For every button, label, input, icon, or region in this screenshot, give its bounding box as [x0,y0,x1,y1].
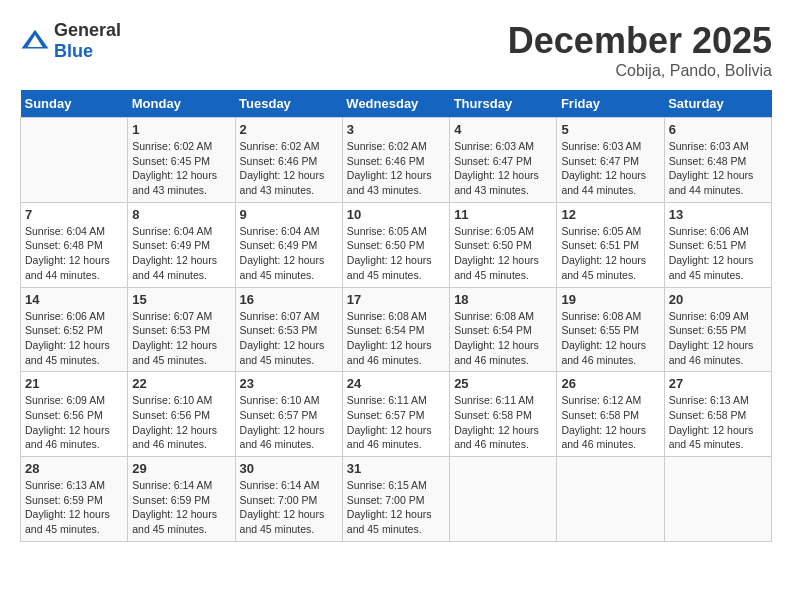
day-info: Sunrise: 6:04 AM Sunset: 6:49 PM Dayligh… [240,224,338,283]
day-number: 7 [25,207,123,222]
day-number: 5 [561,122,659,137]
calendar-cell: 18Sunrise: 6:08 AM Sunset: 6:54 PM Dayli… [450,287,557,372]
day-info: Sunrise: 6:05 AM Sunset: 6:50 PM Dayligh… [454,224,552,283]
day-number: 18 [454,292,552,307]
calendar-cell: 13Sunrise: 6:06 AM Sunset: 6:51 PM Dayli… [664,202,771,287]
header-day-thursday: Thursday [450,90,557,118]
day-info: Sunrise: 6:06 AM Sunset: 6:51 PM Dayligh… [669,224,767,283]
day-number: 8 [132,207,230,222]
week-row-1: 1Sunrise: 6:02 AM Sunset: 6:45 PM Daylig… [21,118,772,203]
day-number: 24 [347,376,445,391]
day-info: Sunrise: 6:06 AM Sunset: 6:52 PM Dayligh… [25,309,123,368]
calendar-cell: 23Sunrise: 6:10 AM Sunset: 6:57 PM Dayli… [235,372,342,457]
calendar-cell: 3Sunrise: 6:02 AM Sunset: 6:46 PM Daylig… [342,118,449,203]
calendar-cell: 5Sunrise: 6:03 AM Sunset: 6:47 PM Daylig… [557,118,664,203]
calendar-cell: 26Sunrise: 6:12 AM Sunset: 6:58 PM Dayli… [557,372,664,457]
header-day-sunday: Sunday [21,90,128,118]
calendar-cell: 22Sunrise: 6:10 AM Sunset: 6:56 PM Dayli… [128,372,235,457]
calendar-body: 1Sunrise: 6:02 AM Sunset: 6:45 PM Daylig… [21,118,772,542]
day-number: 14 [25,292,123,307]
day-info: Sunrise: 6:03 AM Sunset: 6:47 PM Dayligh… [454,139,552,198]
calendar-header: SundayMondayTuesdayWednesdayThursdayFrid… [21,90,772,118]
day-info: Sunrise: 6:14 AM Sunset: 7:00 PM Dayligh… [240,478,338,537]
day-info: Sunrise: 6:08 AM Sunset: 6:55 PM Dayligh… [561,309,659,368]
calendar-cell: 7Sunrise: 6:04 AM Sunset: 6:48 PM Daylig… [21,202,128,287]
calendar-cell [557,457,664,542]
day-info: Sunrise: 6:11 AM Sunset: 6:58 PM Dayligh… [454,393,552,452]
calendar-cell: 29Sunrise: 6:14 AM Sunset: 6:59 PM Dayli… [128,457,235,542]
calendar-cell: 19Sunrise: 6:08 AM Sunset: 6:55 PM Dayli… [557,287,664,372]
calendar-cell: 14Sunrise: 6:06 AM Sunset: 6:52 PM Dayli… [21,287,128,372]
day-number: 16 [240,292,338,307]
header-day-tuesday: Tuesday [235,90,342,118]
month-title: December 2025 [508,20,772,62]
day-info: Sunrise: 6:09 AM Sunset: 6:56 PM Dayligh… [25,393,123,452]
day-info: Sunrise: 6:08 AM Sunset: 6:54 PM Dayligh… [454,309,552,368]
calendar-cell: 2Sunrise: 6:02 AM Sunset: 6:46 PM Daylig… [235,118,342,203]
calendar-cell: 1Sunrise: 6:02 AM Sunset: 6:45 PM Daylig… [128,118,235,203]
calendar-cell: 30Sunrise: 6:14 AM Sunset: 7:00 PM Dayli… [235,457,342,542]
calendar-cell: 20Sunrise: 6:09 AM Sunset: 6:55 PM Dayli… [664,287,771,372]
calendar-cell: 8Sunrise: 6:04 AM Sunset: 6:49 PM Daylig… [128,202,235,287]
calendar-cell: 4Sunrise: 6:03 AM Sunset: 6:47 PM Daylig… [450,118,557,203]
calendar-cell: 27Sunrise: 6:13 AM Sunset: 6:58 PM Dayli… [664,372,771,457]
day-info: Sunrise: 6:09 AM Sunset: 6:55 PM Dayligh… [669,309,767,368]
logo-text-general: General [54,20,121,40]
day-number: 20 [669,292,767,307]
calendar-table: SundayMondayTuesdayWednesdayThursdayFrid… [20,90,772,542]
header-day-friday: Friday [557,90,664,118]
calendar-cell: 31Sunrise: 6:15 AM Sunset: 7:00 PM Dayli… [342,457,449,542]
day-info: Sunrise: 6:05 AM Sunset: 6:50 PM Dayligh… [347,224,445,283]
logo-text-blue: Blue [54,41,93,61]
day-info: Sunrise: 6:03 AM Sunset: 6:47 PM Dayligh… [561,139,659,198]
day-info: Sunrise: 6:04 AM Sunset: 6:48 PM Dayligh… [25,224,123,283]
day-number: 10 [347,207,445,222]
day-info: Sunrise: 6:05 AM Sunset: 6:51 PM Dayligh… [561,224,659,283]
calendar-cell: 24Sunrise: 6:11 AM Sunset: 6:57 PM Dayli… [342,372,449,457]
day-number: 2 [240,122,338,137]
week-row-5: 28Sunrise: 6:13 AM Sunset: 6:59 PM Dayli… [21,457,772,542]
day-number: 22 [132,376,230,391]
calendar-cell: 25Sunrise: 6:11 AM Sunset: 6:58 PM Dayli… [450,372,557,457]
day-info: Sunrise: 6:15 AM Sunset: 7:00 PM Dayligh… [347,478,445,537]
day-number: 30 [240,461,338,476]
calendar-cell [664,457,771,542]
day-number: 6 [669,122,767,137]
day-number: 1 [132,122,230,137]
header-row: SundayMondayTuesdayWednesdayThursdayFrid… [21,90,772,118]
location-title: Cobija, Pando, Bolivia [508,62,772,80]
calendar-cell: 16Sunrise: 6:07 AM Sunset: 6:53 PM Dayli… [235,287,342,372]
day-number: 13 [669,207,767,222]
calendar-cell: 12Sunrise: 6:05 AM Sunset: 6:51 PM Dayli… [557,202,664,287]
calendar-cell: 17Sunrise: 6:08 AM Sunset: 6:54 PM Dayli… [342,287,449,372]
calendar-cell: 6Sunrise: 6:03 AM Sunset: 6:48 PM Daylig… [664,118,771,203]
page-header: General Blue December 2025 Cobija, Pando… [20,20,772,80]
header-day-saturday: Saturday [664,90,771,118]
week-row-2: 7Sunrise: 6:04 AM Sunset: 6:48 PM Daylig… [21,202,772,287]
day-info: Sunrise: 6:10 AM Sunset: 6:57 PM Dayligh… [240,393,338,452]
day-info: Sunrise: 6:13 AM Sunset: 6:59 PM Dayligh… [25,478,123,537]
header-day-monday: Monday [128,90,235,118]
title-area: December 2025 Cobija, Pando, Bolivia [508,20,772,80]
day-info: Sunrise: 6:02 AM Sunset: 6:46 PM Dayligh… [347,139,445,198]
calendar-cell: 21Sunrise: 6:09 AM Sunset: 6:56 PM Dayli… [21,372,128,457]
calendar-cell [21,118,128,203]
day-info: Sunrise: 6:04 AM Sunset: 6:49 PM Dayligh… [132,224,230,283]
week-row-4: 21Sunrise: 6:09 AM Sunset: 6:56 PM Dayli… [21,372,772,457]
day-number: 9 [240,207,338,222]
day-number: 25 [454,376,552,391]
day-info: Sunrise: 6:12 AM Sunset: 6:58 PM Dayligh… [561,393,659,452]
day-info: Sunrise: 6:02 AM Sunset: 6:45 PM Dayligh… [132,139,230,198]
day-number: 31 [347,461,445,476]
day-info: Sunrise: 6:11 AM Sunset: 6:57 PM Dayligh… [347,393,445,452]
day-number: 4 [454,122,552,137]
day-number: 3 [347,122,445,137]
day-number: 26 [561,376,659,391]
day-number: 23 [240,376,338,391]
calendar-cell [450,457,557,542]
calendar-cell: 28Sunrise: 6:13 AM Sunset: 6:59 PM Dayli… [21,457,128,542]
calendar-cell: 10Sunrise: 6:05 AM Sunset: 6:50 PM Dayli… [342,202,449,287]
day-info: Sunrise: 6:07 AM Sunset: 6:53 PM Dayligh… [240,309,338,368]
day-number: 29 [132,461,230,476]
day-number: 12 [561,207,659,222]
